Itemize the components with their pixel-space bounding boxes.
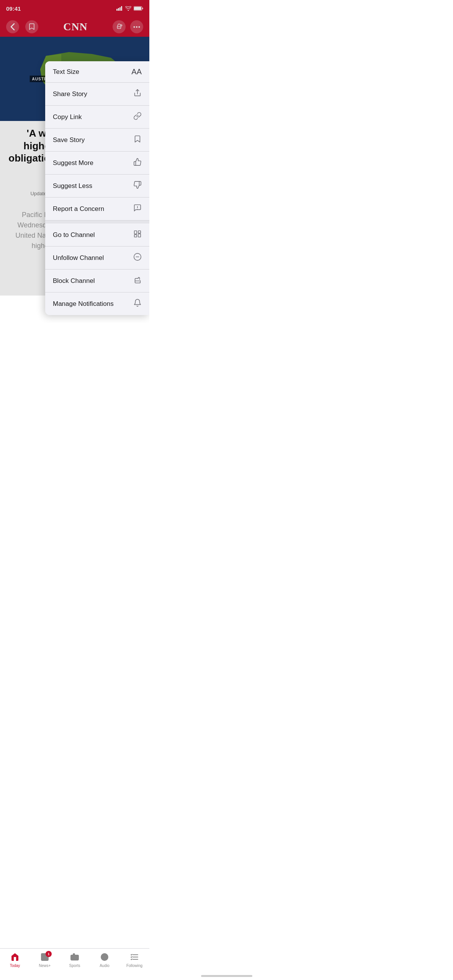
- dropdown-menu: Text Size AA Share Story Copy Link: [45, 61, 149, 315]
- report-concern-icon: [133, 204, 142, 214]
- back-icon: [10, 23, 15, 31]
- bookmark-icon: [29, 23, 34, 30]
- dropdown-item-suggest-more[interactable]: Suggest More: [45, 152, 149, 175]
- svg-rect-22: [138, 234, 141, 237]
- manage-notifications-label: Manage Notifications: [53, 300, 114, 308]
- share-story-icon: [133, 89, 142, 99]
- dropdown-item-suggest-less[interactable]: Suggest Less: [45, 175, 149, 198]
- suggest-more-label: Suggest More: [53, 159, 93, 167]
- dropdown-item-copy-link[interactable]: Copy Link: [45, 106, 149, 129]
- more-button[interactable]: [130, 20, 143, 33]
- status-time: 09:41: [6, 5, 21, 12]
- svg-rect-3: [121, 6, 122, 11]
- suggest-more-icon: [133, 158, 142, 168]
- help-button[interactable]: ?: [113, 20, 126, 33]
- wifi-icon: [125, 6, 131, 11]
- dropdown-item-go-to-channel[interactable]: Go to Channel: [45, 224, 149, 247]
- header-right: ?: [113, 20, 143, 33]
- status-icons: [116, 6, 143, 11]
- dropdown-item-share-story[interactable]: Share Story: [45, 83, 149, 106]
- dropdown-item-text-size[interactable]: Text Size AA: [45, 61, 149, 83]
- svg-rect-0: [116, 9, 118, 11]
- cnn-logo: CNN: [63, 21, 88, 33]
- more-icon: [133, 26, 140, 28]
- dropdown-separator: [45, 220, 149, 224]
- svg-text:?: ?: [120, 25, 121, 27]
- suggest-less-label: Suggest Less: [53, 182, 92, 190]
- dropdown-item-manage-notifications[interactable]: Manage Notifications: [45, 292, 149, 315]
- status-bar: 09:41: [0, 0, 149, 17]
- save-story-icon: [133, 135, 142, 145]
- svg-rect-20: [134, 235, 137, 237]
- copy-link-icon: [133, 112, 142, 122]
- dropdown-item-block-channel[interactable]: Block Channel: [45, 270, 149, 292]
- text-size-label: Text Size: [53, 68, 79, 76]
- svg-rect-5: [134, 7, 141, 10]
- text-size-icon: AA: [131, 67, 142, 76]
- go-to-channel-icon: [133, 230, 142, 240]
- signal-icon: [116, 6, 123, 11]
- unfollow-channel-icon: [133, 253, 142, 263]
- header-left: [6, 20, 38, 33]
- copy-link-label: Copy Link: [53, 113, 82, 121]
- save-story-label: Save Story: [53, 136, 85, 144]
- dropdown-item-report-concern[interactable]: Report a Concern: [45, 198, 149, 220]
- svg-rect-21: [138, 231, 141, 233]
- svg-rect-2: [119, 7, 121, 11]
- back-button[interactable]: [6, 20, 19, 33]
- dropdown-item-unfollow-channel[interactable]: Unfollow Channel: [45, 247, 149, 270]
- svg-rect-1: [118, 8, 119, 11]
- help-icon: ?: [115, 23, 123, 31]
- svg-rect-6: [142, 8, 143, 9]
- svg-point-10: [136, 26, 137, 28]
- svg-point-11: [138, 26, 140, 28]
- manage-notifications-icon: [133, 299, 142, 309]
- report-concern-label: Report a Concern: [53, 205, 104, 213]
- suggest-less-icon: [133, 181, 142, 191]
- block-channel-label: Block Channel: [53, 277, 95, 285]
- block-channel-icon: [133, 276, 142, 286]
- battery-icon: [134, 6, 143, 11]
- unfollow-channel-label: Unfollow Channel: [53, 254, 104, 262]
- bookmark-button[interactable]: [25, 20, 38, 33]
- svg-point-9: [133, 26, 135, 28]
- svg-rect-19: [134, 231, 137, 234]
- dropdown-item-save-story[interactable]: Save Story: [45, 129, 149, 152]
- header: CNN ?: [0, 17, 149, 37]
- go-to-channel-label: Go to Channel: [53, 231, 95, 239]
- share-story-label: Share Story: [53, 90, 87, 98]
